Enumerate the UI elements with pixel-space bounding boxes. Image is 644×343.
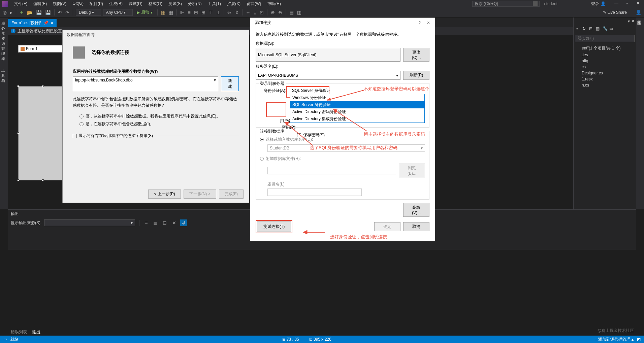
center-icon-1[interactable]: ⊕ xyxy=(269,9,276,16)
menu-view[interactable]: 视图(V) xyxy=(50,0,69,7)
maximize-icon[interactable]: ▫ xyxy=(623,1,631,7)
home-icon[interactable]: ⌂ xyxy=(576,26,581,32)
login-link[interactable]: 登录 xyxy=(591,1,599,7)
search-input[interactable]: 搜索 (Ctrl+Q) xyxy=(472,1,540,7)
tree-node[interactable]: ent"(1 个项目/共 1 个) xyxy=(575,45,635,52)
properties-icon[interactable]: 🔧 xyxy=(603,26,608,32)
attach-file-input[interactable] xyxy=(267,167,396,174)
solution-search-input[interactable] xyxy=(575,35,635,42)
align-icon-1[interactable]: ⊩ xyxy=(179,9,186,16)
align-icon-2[interactable]: ≡ xyxy=(186,9,192,16)
menu-help[interactable]: 帮助(H) xyxy=(264,0,284,7)
server-explorer-tab[interactable]: 服务器资源管理器 xyxy=(0,18,8,65)
close-icon[interactable]: ✕ xyxy=(427,21,430,25)
space-icon-1[interactable]: ⇔ xyxy=(226,9,233,16)
menu-ext[interactable]: 扩展(X) xyxy=(224,0,243,7)
finish-button[interactable]: 完成(F) xyxy=(219,190,244,199)
save-icon[interactable]: 💾 xyxy=(35,9,43,16)
right-side-tab[interactable]: 属性 xyxy=(636,18,644,209)
center-icon-2[interactable]: ⊖ xyxy=(277,9,284,16)
server-combo[interactable]: LAPTOP-KRHBSUMS▾ xyxy=(256,71,400,80)
tb-icon-1[interactable]: ▦ xyxy=(160,9,167,16)
menu-edit[interactable]: 编辑(E) xyxy=(31,0,50,7)
output-icon-3[interactable]: ⊟ xyxy=(161,219,168,226)
help-icon[interactable]: ? xyxy=(418,21,421,25)
doc-tab-form1[interactable]: Form1.cs [设计]* 📌 ✕ xyxy=(8,19,57,27)
menu-format[interactable]: 格式(O) xyxy=(146,0,165,7)
align-icon-6[interactable]: ⊥ xyxy=(215,9,222,16)
error-list-tab[interactable]: 错误列表 xyxy=(11,329,27,335)
radio-no[interactable]: 否，从连接字符串中排除敏感数据。我将在应用程序代码中设置此信息(E)。 xyxy=(79,113,239,119)
cancel-button[interactable]: 取消 xyxy=(403,222,429,231)
tree-node[interactable]: 1.resx xyxy=(575,76,635,82)
tree-node[interactable]: n.cs xyxy=(575,82,635,88)
output-icon-2[interactable]: ≣ xyxy=(152,219,159,226)
browse-button[interactable]: 浏览(B)... xyxy=(399,164,425,177)
new-icon[interactable]: ✦ xyxy=(18,9,25,16)
align-icon-3[interactable]: ⊟ xyxy=(193,9,199,16)
menu-debug[interactable]: 调试(D) xyxy=(126,0,145,7)
live-share-button[interactable]: ✎ Live Share xyxy=(603,10,627,15)
menu-tools[interactable]: 工具(T) xyxy=(205,0,224,7)
size-icon-3[interactable]: ⊡ xyxy=(258,9,265,16)
output-tab[interactable]: 输出 xyxy=(32,329,40,335)
output-source-combo[interactable]: ▾ xyxy=(44,219,135,226)
collapse-icon[interactable]: ⊟ xyxy=(589,26,594,32)
menu-git[interactable]: Git(G) xyxy=(70,0,86,7)
close-icon[interactable]: ✕ xyxy=(631,19,635,24)
form-window[interactable]: Form1 xyxy=(18,45,67,176)
tb-icon-2[interactable]: ▦ xyxy=(167,9,174,16)
nav-fwd-icon[interactable]: ▸ xyxy=(9,9,14,16)
chevron-down-icon[interactable]: ▾ xyxy=(628,19,630,24)
align-icon-4[interactable]: ⊞ xyxy=(200,9,207,16)
align-icon-5[interactable]: ⊤ xyxy=(207,9,214,16)
pin-icon[interactable]: 📌 xyxy=(43,21,49,25)
undo-icon[interactable]: ↶ xyxy=(57,9,63,16)
test-connection-button[interactable]: 测试连接(T) xyxy=(257,221,291,232)
tree-node[interactable]: nfig xyxy=(575,58,635,64)
next-button[interactable]: 下一步(N) > xyxy=(184,190,216,199)
show-all-icon[interactable]: ▦ xyxy=(596,26,601,32)
source-control-button[interactable]: ↑ 添加到源代码管理 ▴ xyxy=(595,337,634,342)
order-icon-2[interactable]: ▥ xyxy=(296,9,303,16)
menu-test[interactable]: 测试(S) xyxy=(166,0,185,7)
tab-close-icon[interactable]: ✕ xyxy=(51,21,53,25)
output-icon-1[interactable]: ≡ xyxy=(143,219,149,226)
search-icon[interactable] xyxy=(533,1,538,6)
open-icon[interactable]: 📂 xyxy=(26,9,34,16)
advanced-button[interactable]: 高级(V)... xyxy=(403,203,429,217)
tree-node[interactable]: Designer.cs xyxy=(575,70,635,76)
feedback-icon[interactable]: 👤 xyxy=(634,9,643,16)
menu-project[interactable]: 项目(P) xyxy=(87,0,106,7)
refresh-button[interactable]: 刷新(R) xyxy=(403,71,429,80)
logic-name-input[interactable] xyxy=(267,188,362,196)
db-radio-attach[interactable]: 附加数据库文件(H): xyxy=(260,156,425,162)
size-icon-1[interactable]: ↔ xyxy=(245,9,252,16)
preview-icon[interactable]: ▭ xyxy=(609,26,615,32)
space-icon-2[interactable]: ⇕ xyxy=(233,9,240,16)
menu-window[interactable]: 窗口(W) xyxy=(244,0,264,7)
menu-build[interactable]: 生成(B) xyxy=(106,0,125,7)
minimize-icon[interactable]: — xyxy=(612,1,620,7)
change-button[interactable]: 更改(C)... xyxy=(403,48,429,62)
output-wrap-icon[interactable]: ↲ xyxy=(180,219,187,226)
tree-node[interactable]: ties xyxy=(575,52,635,58)
order-icon-1[interactable]: ▤ xyxy=(288,9,295,16)
prev-button[interactable]: < 上一步(P) xyxy=(148,190,181,199)
refresh-icon[interactable]: ↻ xyxy=(582,26,588,32)
form-body[interactable] xyxy=(18,86,67,180)
notif-icon[interactable]: ◩ xyxy=(637,337,641,342)
connection-combo[interactable]: laptop-krhbsums.BookShop.dbo▾ xyxy=(73,76,218,91)
new-connection-button[interactable]: 新建 xyxy=(221,76,239,91)
platform-dropdown[interactable]: Any CPU ▾ xyxy=(103,9,133,16)
nav-back-icon[interactable]: ◎ xyxy=(1,9,8,16)
config-dropdown[interactable]: Debug ▾ xyxy=(76,9,101,16)
saveall-icon[interactable]: 💾 xyxy=(44,9,52,16)
output-icon-4[interactable]: ✕ xyxy=(171,219,178,226)
menu-file[interactable]: 文件(F) xyxy=(11,0,30,7)
start-button[interactable]: ▶ 启动 ▾ xyxy=(134,9,155,16)
show-connstr-checkbox[interactable]: 显示将保存在应用程序中的连接字符串(S) xyxy=(73,133,239,139)
ok-button[interactable]: 确定 xyxy=(374,222,400,231)
radio-yes[interactable]: 是，在连接字符串中包含敏感数据(I)。 xyxy=(79,121,239,127)
size-icon-2[interactable]: ↨ xyxy=(253,9,258,16)
